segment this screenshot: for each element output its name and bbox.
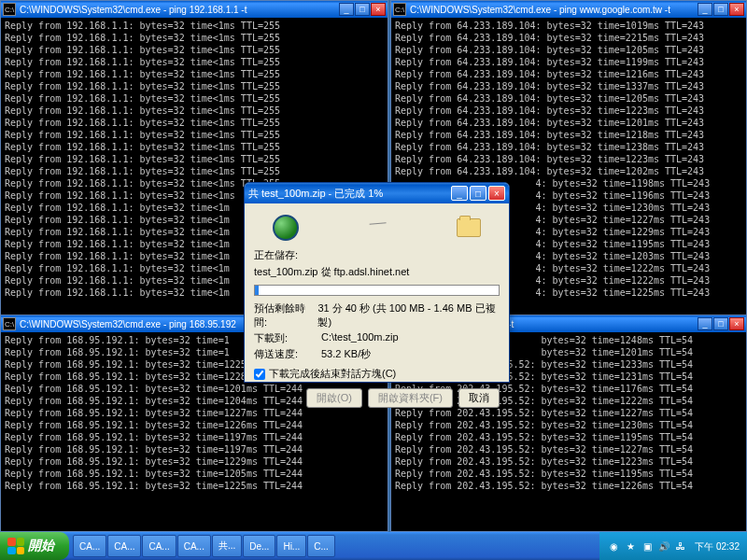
minimize-button[interactable]: _ — [339, 3, 354, 16]
transfer-icon — [369, 222, 387, 233]
open-button: 開啟(O) — [306, 388, 362, 408]
cmd-titlebar[interactable]: C:\ C:\WINDOWS\System32\cmd.exe - ping 1… — [1, 1, 388, 18]
cmd-titlebar[interactable]: C:\ C:\WINDOWS\System32\cmd.exe - ping w… — [391, 1, 746, 18]
minimize-button[interactable]: _ — [698, 317, 712, 330]
tray-icon[interactable]: ▣ — [641, 539, 654, 553]
cmd-title: C:\WINDOWS\System32\cmd.exe - ping www.g… — [410, 5, 698, 15]
download-filename: test_100m.zip 從 ftp.adsl.hinet.net — [254, 265, 500, 279]
cmd-icon: C:\ — [3, 317, 16, 330]
start-button[interactable]: 開始 — [0, 532, 69, 560]
download-titlebar[interactable]: 共 test_100m.zip - 已完成 1% _ □ × — [245, 183, 509, 203]
saving-label: 正在儲存: — [254, 248, 500, 262]
taskbar-item[interactable]: 共... — [212, 535, 242, 557]
open-folder-button: 開啟資料夾(F) — [368, 388, 453, 408]
eta-value: 31 分 40 秒 (共 100 MB - 1.46 MB 已複製) — [317, 301, 500, 329]
dest-value: C:\test_100m.zip — [321, 331, 399, 345]
progress-fill — [255, 286, 259, 295]
cmd-icon: C:\ — [3, 3, 16, 16]
speed-value: 53.2 KB/秒 — [321, 347, 371, 361]
minimize-button[interactable]: _ — [698, 3, 712, 16]
tray-icon[interactable]: ★ — [624, 539, 637, 553]
eta-label: 預估剩餘時間: — [254, 301, 317, 329]
taskbar-items: CA...CA...CA...CA...共...De...Hi...C... — [69, 535, 599, 557]
taskbar-item[interactable]: Hi... — [276, 535, 306, 557]
close-when-done-checkbox[interactable] — [254, 369, 265, 380]
speed-label: 傳送速度: — [254, 347, 321, 361]
taskbar-item[interactable]: CA... — [142, 535, 176, 557]
minimize-button[interactable]: _ — [451, 186, 468, 201]
maximize-button[interactable]: □ — [713, 317, 728, 330]
progress-bar — [254, 285, 500, 296]
maximize-button[interactable]: □ — [355, 3, 370, 16]
close-button[interactable]: × — [729, 3, 744, 16]
close-button[interactable]: × — [371, 3, 386, 16]
maximize-button[interactable]: □ — [470, 186, 486, 201]
taskbar-item[interactable]: CA... — [107, 535, 141, 557]
taskbar-item[interactable]: CA... — [73, 535, 106, 557]
close-button[interactable]: × — [488, 186, 505, 201]
cmd-title: C:\WINDOWS\System32\cmd.exe - ping 192.1… — [20, 5, 339, 15]
taskbar: 開始 CA...CA...CA...CA...共...De...Hi...C..… — [0, 532, 747, 560]
cancel-button[interactable]: 取消 — [458, 388, 500, 408]
close-when-done-label: 下載完成後結束對話方塊(C) — [269, 367, 396, 381]
network-icon[interactable]: 🖧 — [674, 539, 687, 553]
globe-icon — [273, 215, 299, 241]
cmd-icon: C:\ — [393, 3, 406, 16]
taskbar-item[interactable]: C... — [307, 535, 335, 557]
close-button[interactable]: × — [729, 317, 744, 330]
start-label: 開始 — [28, 538, 54, 554]
dest-label: 下載到: — [254, 331, 321, 345]
taskbar-clock[interactable]: 下午 02:32 — [695, 541, 740, 552]
system-tray[interactable]: ◉ ★ ▣ 🔊 🖧 下午 02:32 — [599, 532, 747, 560]
taskbar-item[interactable]: CA... — [177, 535, 211, 557]
tray-icon[interactable]: ◉ — [607, 539, 620, 553]
maximize-button[interactable]: □ — [713, 3, 728, 16]
windows-logo-icon — [7, 538, 24, 554]
download-title: 共 test_100m.zip - 已完成 1% — [248, 187, 451, 201]
volume-icon[interactable]: 🔊 — [657, 539, 670, 553]
download-dialog: 共 test_100m.zip - 已完成 1% _ □ × 正在儲存: tes… — [244, 182, 510, 383]
folder-icon — [457, 218, 481, 237]
taskbar-item[interactable]: De... — [243, 535, 275, 557]
